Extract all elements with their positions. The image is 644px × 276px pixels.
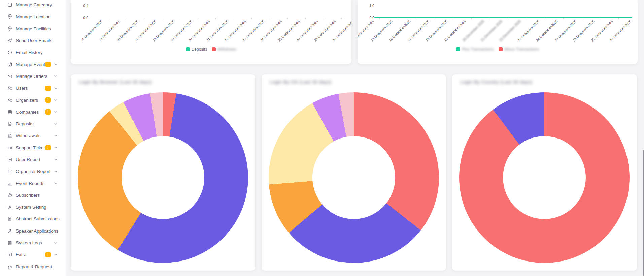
x-axis-tick — [508, 18, 508, 19]
legend-label: Deposits — [192, 47, 207, 52]
sidebar-item-subscribers[interactable]: Subscribers — [0, 189, 66, 201]
login-by-country-donut-chart[interactable] — [459, 92, 630, 263]
x-axis-tick — [416, 18, 416, 19]
chevron-down-icon — [54, 241, 58, 245]
sidebar-item-label: Report & Request — [16, 264, 52, 269]
legend-item-deposits[interactable]: Deposits — [186, 47, 207, 52]
sidebar-item-label: Manage Events — [16, 62, 47, 67]
chevron-down-icon — [54, 182, 58, 185]
sidebar-item-organizers[interactable]: Organizers! — [0, 94, 66, 106]
calendar-icon — [7, 62, 12, 67]
document-icon — [7, 216, 12, 222]
users-icon — [7, 97, 12, 103]
transactions-chart-card: 1.00.014-December-202515-December-202516… — [358, 0, 638, 64]
thumb-up-icon — [7, 192, 12, 198]
legend-swatch — [186, 47, 190, 51]
sidebar-item-label: Event Reports — [16, 181, 45, 186]
sidebar-item-organizer-report[interactable]: Organizer Report — [0, 165, 66, 177]
gear-icon — [7, 205, 12, 210]
series-line — [374, 17, 632, 18]
x-axis-tick — [126, 18, 126, 19]
scatter-chart-icon — [7, 169, 12, 174]
sidebar-item-speaker-applications[interactable]: Speaker Applications — [0, 225, 66, 237]
x-axis-tick — [108, 18, 108, 19]
login-by-os-card: Login By OS (Last 30 days) — [262, 74, 446, 271]
y-axis-label: 1.0 — [360, 4, 374, 8]
building-icon — [7, 109, 12, 115]
sidebar-item-system-setting[interactable]: System Setting — [0, 201, 66, 213]
x-axis-tick — [637, 18, 637, 19]
legend-swatch — [456, 47, 460, 51]
sidebar-item-deposits[interactable]: Deposits — [0, 118, 66, 130]
sidebar-item-support-ticket[interactable]: Support Ticket! — [0, 142, 66, 154]
sidebar-item-label: System Setting — [16, 205, 46, 210]
sidebar-item-label: Support Ticket — [16, 145, 45, 150]
x-axis-tick — [398, 18, 398, 19]
x-axis-tick — [600, 18, 600, 19]
sidebar-item-system-logs[interactable]: System Logs — [0, 237, 66, 249]
sidebar-item-event-reports[interactable]: Event Reports — [0, 177, 66, 189]
x-axis-tick — [582, 18, 582, 19]
sidebar-item-abstract-submissions[interactable]: Abstract Submissions — [0, 213, 66, 225]
alert-badge: ! — [45, 86, 51, 91]
alert-badge: ! — [45, 62, 51, 67]
category-icon — [7, 2, 12, 8]
sidebar: Manage CategoryManage LocationManage Fac… — [0, 0, 66, 276]
vertical-scrollbar[interactable] — [643, 150, 644, 276]
sidebar-item-label: Manage Orders — [16, 74, 47, 79]
bar-chart-icon — [7, 181, 12, 186]
clipboard-icon — [7, 240, 12, 246]
alert-badge: ! — [45, 252, 51, 257]
chevron-down-icon — [54, 122, 58, 126]
sidebar-item-label: Manage Facilities — [16, 26, 51, 31]
donut-card-title: Login By Browser (Last 30 days) — [79, 79, 152, 85]
sidebar-item-manage-orders[interactable]: Manage Orders — [0, 70, 66, 82]
x-axis-tick — [287, 18, 288, 19]
sidebar-item-label: Manage Location — [16, 14, 51, 19]
sidebar-item-manage-facilities[interactable]: Manage Facilities — [0, 23, 66, 35]
file-invoice-icon — [7, 121, 12, 127]
x-axis-line — [90, 18, 344, 18]
chevron-down-icon — [54, 253, 58, 256]
x-axis-tick — [215, 18, 216, 19]
sidebar-item-extra[interactable]: Extra! — [0, 249, 66, 260]
sidebar-item-send-user-emails[interactable]: Send User Emails — [0, 35, 66, 47]
x-axis-tick — [490, 18, 490, 19]
sidebar-item-manage-location[interactable]: Manage Location — [0, 11, 66, 23]
x-axis-tick — [563, 18, 564, 19]
sidebar-item-label: Extra — [16, 252, 27, 257]
chevron-down-icon — [54, 74, 58, 78]
x-axis-tick — [180, 18, 180, 19]
sidebar-item-user-report[interactable]: User Report — [0, 154, 66, 165]
y-axis-label: 0.4 — [73, 4, 88, 8]
login-by-country-card: Login By Country (Last 30 days) — [452, 74, 637, 271]
sidebar-item-label: User Report — [16, 157, 40, 162]
sidebar-item-label: Withdrawals — [16, 133, 41, 138]
legend-item-plus-transactions[interactable]: Plus Transactions — [456, 47, 494, 52]
sidebar-item-companies[interactable]: Companies! — [0, 106, 66, 118]
sidebar-item-manage-events[interactable]: Manage Events! — [0, 58, 66, 70]
legend-item-minus-transactions[interactable]: Minus Transactions — [499, 47, 539, 52]
chevron-down-icon — [54, 98, 58, 102]
report-mail-icon — [7, 157, 12, 162]
sidebar-item-manage-category[interactable]: Manage Category — [0, 0, 66, 11]
chart-legend: DepositsWithdraws — [71, 47, 351, 52]
login-by-browser-donut-chart[interactable] — [78, 92, 248, 263]
legend-swatch — [499, 47, 503, 51]
sidebar-item-users[interactable]: Users! — [0, 82, 66, 94]
x-axis-tick — [453, 18, 453, 19]
chevron-down-icon — [54, 134, 58, 137]
legend-label: Minus Transactions — [504, 47, 539, 52]
sidebar-item-report-request[interactable]: Report & Request — [0, 261, 66, 273]
sidebar-item-email-history[interactable]: Email History — [0, 47, 66, 58]
x-axis-tick — [435, 18, 435, 19]
sidebar-item-label: Deposits — [16, 121, 34, 126]
legend-item-withdraws[interactable]: Withdraws — [212, 47, 236, 52]
sidebar-item-label: Organizer Report — [16, 169, 51, 174]
location-pin-icon — [7, 14, 12, 20]
location-pin-icon — [7, 26, 12, 31]
sidebar-item-withdrawals[interactable]: Withdrawals — [0, 130, 66, 142]
y-axis-label: 0.0 — [360, 16, 374, 20]
login-by-os-donut-chart[interactable] — [269, 92, 439, 263]
sidebar-item-label: Users — [16, 86, 28, 91]
